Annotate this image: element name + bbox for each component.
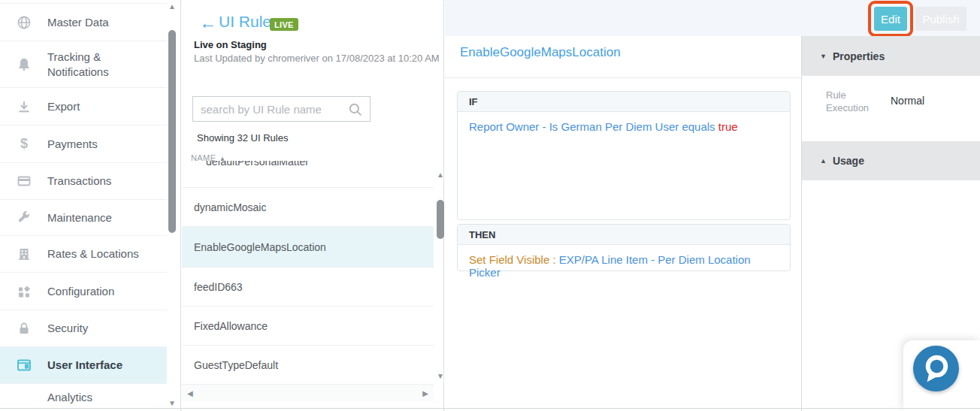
sidebar-item-configuration[interactable]: Configuration (0, 273, 167, 310)
chat-bubble-icon (914, 381, 958, 392)
properties-section-header[interactable]: ▼ Properties (802, 36, 980, 76)
list-item[interactable]: defaultPersonalMatter (182, 161, 434, 188)
sidebar-item-payments[interactable]: $ Payments (0, 125, 167, 163)
download-icon (17, 99, 32, 114)
wrench-icon (17, 210, 32, 225)
sidebar-item-label: Payments (47, 137, 160, 152)
last-updated-text: Last Updated by chromeriver on 17/08/202… (194, 53, 442, 65)
then-card: THEN Set Field Visible : EXP/PA Line Ite… (457, 224, 791, 271)
top-action-bar: Edit Publish (445, 0, 980, 36)
rule-title: EnableGoogleMapsLocation (460, 45, 621, 60)
analytics-icon-placeholder (17, 390, 32, 405)
sidebar-item-rates-locations[interactable]: Rates & Locations (0, 236, 167, 273)
if-header: IF (458, 92, 790, 112)
sidebar-item-security[interactable]: Security (0, 310, 167, 347)
rule-name: defaultPersonalMatter (206, 161, 309, 168)
showing-count-text: Showing 32 UI Rules (197, 132, 288, 144)
sidebar: Master Data Tracking & Notifications Exp… (0, 0, 181, 411)
sidebar-item-user-interface[interactable]: User Interface (0, 347, 167, 384)
building-icon (17, 246, 32, 261)
if-body: Report Owner - Is German Per Diem User e… (458, 112, 790, 141)
rules-list-panel: ← UI Rules LIVE Live on Staging Last Upd… (182, 0, 444, 411)
then-body: Set Field Visible : EXP/PA Line Item - P… (458, 245, 790, 287)
chat-bubble-button[interactable] (913, 346, 959, 391)
sidebar-item-maintenance[interactable]: Maintenance (0, 200, 167, 236)
rule-name: feedID663 (194, 281, 243, 293)
sidebar-item-label: Configuration (47, 284, 160, 299)
back-arrow-icon[interactable]: ← (199, 13, 216, 33)
list-item[interactable]: feedID663 (182, 267, 434, 307)
blocks-icon (17, 284, 32, 299)
rule-name: dynamicMosaic (194, 201, 266, 213)
sidebar-item-analytics[interactable]: Analytics (0, 384, 167, 411)
list-scrollbar[interactable]: ▲ ▼ (434, 167, 446, 385)
sidebar-item-label: Security (47, 321, 160, 336)
sidebar-scrollbar-thumb[interactable] (168, 30, 176, 233)
section-label: Properties (833, 50, 885, 62)
sidebar-item-label: User Interface (47, 358, 160, 373)
rule-search-input[interactable] (201, 97, 347, 121)
app-window: Master Data Tracking & Notifications Exp… (0, 0, 980, 411)
sidebar-item-tracking-notifications[interactable]: Tracking & Notifications (0, 41, 167, 88)
sidebar-item-label: Maintenance (47, 210, 160, 225)
then-header: THEN (458, 225, 790, 245)
dollar-icon: $ (17, 137, 32, 152)
sidebar-item-label: Tracking & Notifications (47, 50, 160, 80)
rule-name: GuestTypeDefault (194, 359, 278, 371)
sidebar-item-master-data[interactable]: Master Data (0, 3, 167, 41)
credit-card-icon (17, 174, 32, 189)
window-bottom-edge (0, 408, 980, 409)
rule-search-box (192, 96, 371, 122)
scroll-up-icon[interactable]: ▲ (166, 2, 178, 12)
list-horizontal-scrollbar[interactable]: ◀ ▶ (182, 385, 434, 401)
list-scrollbar-thumb[interactable] (437, 200, 444, 239)
globe-icon (17, 15, 32, 30)
search-icon (348, 102, 363, 120)
if-condition-value: true (718, 120, 738, 133)
window-layout-icon (17, 358, 32, 373)
scroll-down-icon[interactable]: ▼ (166, 398, 178, 409)
scroll-right-icon[interactable]: ▶ (422, 389, 428, 397)
scroll-left-icon[interactable]: ◀ (187, 389, 193, 397)
rule-execution-value: Normal (891, 95, 924, 107)
live-badge: LIVE (270, 18, 298, 31)
list-item[interactable]: GuestTypeDefault (182, 346, 434, 385)
then-action-label: Set Field Visible : (469, 253, 556, 266)
sidebar-item-label: Analytics (47, 390, 160, 405)
staging-status: Live on Staging (194, 39, 267, 50)
usage-section-header[interactable]: ▲ Usage (802, 141, 980, 180)
edit-button[interactable]: Edit (874, 7, 907, 31)
list-item-selected[interactable]: EnableGoogleMapsLocation (182, 227, 434, 267)
list-item[interactable]: dynamicMosaic (182, 188, 434, 227)
rule-detail-panel: EnableGoogleMapsLocation IF Report Owner… (445, 36, 801, 411)
sidebar-item-label: Transactions (47, 174, 160, 189)
lock-icon (17, 321, 32, 336)
if-condition-link[interactable]: Report Owner - Is German Per Diem User e… (469, 120, 715, 133)
bell-icon (17, 57, 32, 72)
rule-execution-label: Rule Execution (826, 89, 876, 114)
sidebar-scrollbar[interactable]: ▲ ▼ (166, 0, 178, 411)
rule-name: FixedAllowance (194, 320, 268, 332)
sidebar-item-label: Export (47, 99, 160, 114)
sidebar-item-transactions[interactable]: Transactions (0, 163, 167, 200)
divider (445, 77, 801, 78)
sidebar-item-label: Rates & Locations (47, 246, 160, 261)
list-item[interactable]: FixedAllowance (182, 307, 434, 346)
collapse-closed-icon: ▲ (820, 157, 827, 165)
rule-name: EnableGoogleMapsLocation (194, 241, 326, 253)
section-label: Usage (833, 155, 864, 167)
if-card: IF Report Owner - Is German Per Diem Use… (457, 91, 791, 220)
publish-button[interactable]: Publish (915, 7, 966, 31)
sidebar-item-export[interactable]: Export (0, 88, 167, 125)
collapse-open-icon: ▼ (820, 53, 827, 60)
sidebar-item-label: Master Data (47, 15, 160, 30)
